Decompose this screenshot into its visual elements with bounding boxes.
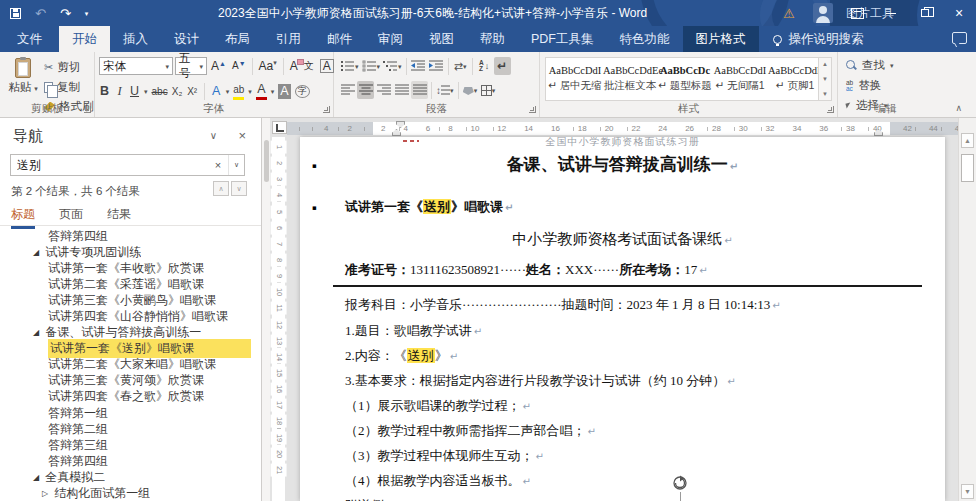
line-spacing-button[interactable]: ↕▾ <box>435 81 455 99</box>
nav-item[interactable]: 答辩第二组 <box>0 421 255 437</box>
tab-11[interactable]: 特色功能 <box>607 26 683 52</box>
line-spacing-dropdown-icon[interactable]: ▾ <box>450 87 454 94</box>
tab-8[interactable]: 视图 <box>416 26 467 52</box>
change-case-dropdown-icon[interactable]: ▾ <box>273 59 277 66</box>
tab-selector[interactable] <box>272 121 287 134</box>
style-item[interactable]: AaBbCcDdI↵ 居中无缩 <box>548 60 602 98</box>
clipboard-dialog-launcher[interactable] <box>84 106 91 113</box>
ribbon-display-options-button[interactable] <box>840 0 874 26</box>
vertical-scrollbar[interactable]: ▲ ▼ <box>958 118 976 501</box>
styles-scroll-up-icon[interactable]: ▲ <box>822 61 828 67</box>
nav-item[interactable]: 答辩第四组 <box>0 228 255 244</box>
minimize-button[interactable] <box>874 0 908 26</box>
horizontal-ruler[interactable]: 42 246810121416182022242628303234363840 … <box>287 122 958 135</box>
sort-button[interactable]: AZ↓ <box>476 57 493 75</box>
bold-button[interactable]: B <box>99 84 110 99</box>
nav-item[interactable]: 试讲第一套《送别》唱歌课 <box>0 341 255 357</box>
nav-item[interactable]: 试讲第二套《采莲谣》唱歌课 <box>0 276 255 292</box>
text-effects-button[interactable]: A <box>211 84 222 99</box>
search-options-dropdown-icon[interactable]: ∨ <box>228 155 244 175</box>
find-button[interactable]: 查找▾ <box>846 58 894 73</box>
character-shading-button[interactable]: A <box>278 84 290 99</box>
tab-10[interactable]: PDF工具集 <box>518 26 607 52</box>
nav-item[interactable]: ▷结构化面试第一组 <box>0 486 255 501</box>
paragraph-dialog-launcher[interactable] <box>529 106 536 113</box>
strikethrough-button[interactable]: abc <box>152 84 168 99</box>
scrollbar-thumb[interactable] <box>961 154 974 182</box>
underline-dropdown-icon[interactable]: ▾ <box>144 88 148 95</box>
undo-icon[interactable]: ↶ <box>35 7 46 20</box>
subscript-button[interactable]: X₂ <box>172 84 183 99</box>
previous-result-button[interactable]: ∧ <box>213 181 229 196</box>
bullet-list-dropdown-icon[interactable]: ▾ <box>355 63 359 70</box>
shrink-font-button[interactable]: A▼ <box>230 59 248 73</box>
font-name-dropdown-icon[interactable]: ▾ <box>165 63 169 70</box>
tab-7[interactable]: 审阅 <box>365 26 416 52</box>
text-effects-dropdown-icon[interactable]: ▾ <box>226 88 230 95</box>
nav-item[interactable]: 试讲第三套《黄河颂》欣赏课 <box>0 373 255 389</box>
change-case-button[interactable]: Aa▾ <box>257 59 279 73</box>
collapse-triangle-icon[interactable]: ◢ <box>33 328 39 337</box>
styles-more-icon[interactable]: ▼ <box>822 91 828 97</box>
shading-button[interactable]: ▾ <box>462 81 479 99</box>
nav-item[interactable]: 试讲第一套《丰收歌》欣赏课 <box>0 260 255 276</box>
scroll-down-button[interactable]: ▼ <box>961 484 974 499</box>
underline-button[interactable]: U <box>129 84 140 99</box>
style-item[interactable]: AaBbCcDdEe批注框文本 <box>603 60 657 98</box>
align-left-button[interactable] <box>339 81 356 99</box>
tab-5[interactable]: 引用 <box>263 26 314 52</box>
tab-6[interactable]: 邮件 <box>314 26 365 52</box>
replace-button[interactable]: abac替换 <box>846 78 894 93</box>
styles-dialog-launcher[interactable] <box>827 106 834 113</box>
restore-button[interactable] <box>908 0 942 26</box>
font-size-select[interactable]: 五号▾ <box>175 57 207 75</box>
asian-layout-button[interactable]: ⇄▾ <box>452 57 469 75</box>
collapse-triangle-icon[interactable]: ◢ <box>33 473 39 482</box>
save-icon[interactable] <box>10 8 21 19</box>
tab-4[interactable]: 布局 <box>212 26 263 52</box>
font-color-button[interactable]: A <box>256 82 267 100</box>
borders-dropdown-icon[interactable]: ▾ <box>492 87 496 94</box>
font-size-dropdown-icon[interactable]: ▾ <box>199 63 203 70</box>
style-item[interactable]: AaBbCcDdEe↵ 页脚1 <box>768 60 822 98</box>
tell-me[interactable]: 操作说明搜索 <box>773 26 864 52</box>
warning-icon[interactable]: ⚠ <box>772 0 806 26</box>
clear-formatting-button[interactable]: A <box>288 59 300 73</box>
rotate-handle-icon[interactable] <box>672 474 690 492</box>
tab-contextual[interactable]: 图片格式 <box>683 26 759 52</box>
nav-pane-scrollbar[interactable] <box>262 118 270 501</box>
nav-item[interactable]: 试讲第二套《大家来唱》唱歌课 <box>0 357 255 373</box>
styles-scroll-down-icon[interactable]: ▼ <box>822 76 828 82</box>
justify-button[interactable] <box>393 81 410 99</box>
phonetic-guide-button[interactable]: 文 <box>302 59 316 73</box>
tab-active[interactable]: 开始 <box>59 26 110 52</box>
align-center-button[interactable] <box>357 81 374 99</box>
nav-pane-options-icon[interactable]: ∨ <box>210 130 217 141</box>
nav-search-input[interactable] <box>11 158 208 172</box>
numbered-list-dropdown-icon[interactable]: ▾ <box>377 63 381 70</box>
nav-item[interactable]: 答辩第一组 <box>0 405 255 421</box>
tab-file[interactable]: 文件 <box>0 26 59 52</box>
highlight-button[interactable]: ab <box>233 82 244 100</box>
tab-2[interactable]: 插入 <box>110 26 161 52</box>
comments-icon[interactable] <box>952 32 967 44</box>
show-marks-button[interactable]: ↵ <box>494 57 511 75</box>
collapse-ribbon-icon[interactable]: ∧ <box>955 103 962 113</box>
multilevel-list-button[interactable]: ▾ <box>382 57 403 75</box>
copy-button[interactable]: 复制 <box>44 80 94 95</box>
decrease-indent-button[interactable] <box>410 57 427 75</box>
nav-item[interactable]: 试讲第四套《山谷静悄悄》唱歌课 <box>0 308 255 324</box>
increase-indent-button[interactable] <box>428 57 445 75</box>
nav-item[interactable]: ◢试讲专项巩固训练 <box>0 244 255 260</box>
collapse-triangle-icon[interactable]: ◢ <box>33 248 39 257</box>
font-name-select[interactable]: 宋体▾ <box>99 57 173 75</box>
nav-pane-close-icon[interactable]: × <box>238 128 246 143</box>
borders-button[interactable]: ▾ <box>480 81 497 99</box>
italic-button[interactable]: I <box>114 84 125 99</box>
distribute-button[interactable] <box>411 81 428 99</box>
highlight-dropdown-icon[interactable]: ▾ <box>248 88 252 95</box>
nav-item[interactable]: 试讲第三套《小黄鹂鸟》唱歌课 <box>0 292 255 308</box>
next-result-button[interactable]: ∨ <box>231 181 247 196</box>
redo-icon[interactable]: ↷ <box>60 7 71 20</box>
grow-font-button[interactable]: A▲ <box>209 59 228 73</box>
